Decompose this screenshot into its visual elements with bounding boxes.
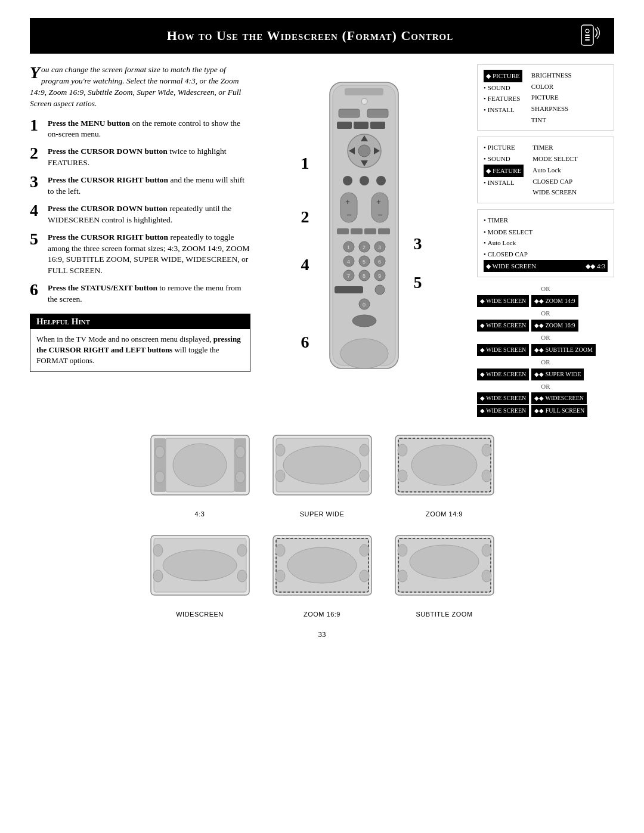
center-column: 1 2 3 4 5 6	[260, 64, 467, 417]
svg-point-21	[360, 176, 369, 185]
svg-rect-12	[354, 122, 369, 129]
format-svg-zoom169	[270, 529, 374, 607]
format-svg-widescreen	[148, 529, 252, 607]
menu3-item-timer: • TIMER	[484, 215, 608, 226]
menu2-val-autolock: Auto Lock	[532, 165, 577, 176]
remote-svg: + + – –	[312, 76, 416, 392]
steps-list: 1 Press the MENU button on the remote co…	[30, 118, 250, 305]
format-svg-superwide	[270, 429, 374, 507]
helpful-hint-box: Helpful Hint When in the TV Mode and no …	[30, 314, 250, 372]
menu1-val-color: COLOR	[531, 81, 572, 92]
diagram-label-2: 2	[301, 208, 309, 227]
svg-rect-11	[337, 122, 352, 129]
svg-point-95	[360, 570, 369, 582]
svg-rect-13	[370, 122, 385, 129]
svg-text:7: 7	[347, 273, 350, 279]
title-bar: How to Use the Widescreen (Format) Contr…	[30, 18, 614, 54]
step-5-number: 5	[30, 231, 42, 247]
format-item-subtitlezoom: Subtitle Zoom	[392, 529, 497, 618]
format-item-zoom149: Zoom 14:9	[392, 429, 497, 518]
svg-rect-7	[345, 88, 383, 95]
menu3-item-autolock: • Auto Lock	[484, 237, 608, 249]
or-text-1: OR	[477, 308, 614, 320]
svg-point-70	[360, 444, 369, 456]
helpful-hint-title: Helpful Hint	[30, 314, 250, 329]
step-4-bold: Press the CURSOR DOWN button	[48, 204, 168, 213]
menu1-item-install: • INSTALL	[484, 104, 522, 116]
or-text-2: OR	[477, 332, 614, 344]
svg-rect-3	[585, 37, 590, 38]
or-text-4: OR	[477, 381, 614, 393]
menu-box-1: ◆ PICTURE • SOUND • FEATURES • INSTALL B…	[477, 64, 614, 131]
svg-point-93	[360, 544, 369, 556]
format-label-zoom149: Zoom 14:9	[426, 510, 463, 518]
step-6: 6 Press the STATUS/EXIT button to remove…	[30, 283, 250, 305]
format-label-widescreen: Widescreen	[176, 611, 224, 618]
diagram-label-3: 3	[414, 234, 422, 253]
step-5: 5 Press the CURSOR RIGHT button repeated…	[30, 232, 250, 277]
hint-bold: pressing the CURSOR RIGHT and LEFT butto…	[36, 335, 241, 354]
svg-text:8: 8	[363, 273, 366, 279]
svg-point-80	[482, 470, 491, 482]
menu3-item-modeselect: • MODE SELECT	[484, 227, 608, 238]
svg-text:3: 3	[378, 244, 381, 250]
diagram-label-1: 1	[301, 154, 309, 173]
or-text-3: OR	[477, 357, 614, 368]
step-1: 1 Press the MENU button on the remote co…	[30, 118, 250, 141]
svg-text:–: –	[377, 210, 383, 219]
menu1-item-sound: • SOUND	[484, 82, 522, 94]
menu-box-3: • TIMER • MODE SELECT • Auto Lock • CLOS…	[477, 209, 614, 277]
step-4-number: 4	[30, 202, 42, 219]
svg-point-86	[153, 570, 163, 582]
remote-diagram: 1 2 3 4 5 6	[312, 76, 416, 395]
svg-point-22	[376, 176, 386, 185]
step-3: 3 Press the CURSOR RIGHT button and the …	[30, 175, 250, 197]
format-label-zoom169: Zoom 16:9	[304, 611, 340, 618]
step-5-bold: Press the CURSOR RIGHT button	[48, 233, 168, 241]
svg-text:1: 1	[347, 244, 350, 250]
menu2-item-sound: • SOUND	[484, 153, 524, 165]
step-6-text: Press the STATUS/EXIT button to remove t…	[48, 283, 250, 305]
menu2-item-install: • INSTALL	[484, 177, 524, 188]
diagram-label-6: 6	[301, 333, 309, 352]
svg-rect-30	[351, 228, 363, 234]
menu1-item-features: • FEATURES	[484, 93, 522, 104]
step-2-text: Press the CURSOR DOWN button twice to hi…	[48, 146, 250, 169]
svg-rect-51	[335, 286, 363, 293]
svg-point-79	[398, 470, 407, 482]
format-item-superwide: Super Wide	[270, 429, 374, 518]
step-1-number: 1	[30, 117, 42, 134]
menu2-val-closedcap: CLOSED CAP	[532, 176, 577, 187]
svg-point-65	[236, 471, 245, 483]
ws-option-zoom169: ◆ WIDE SCREEN ◆◆ ZOOM 16:9	[477, 320, 614, 332]
svg-point-102	[398, 570, 407, 582]
step-4-text: Press the CURSOR DOWN button repeatedly …	[48, 203, 250, 226]
helpful-hint-title-text: Helpful Hint	[36, 317, 90, 326]
format-label-subtitlezoom: Subtitle Zoom	[416, 611, 472, 618]
formats-row-2: Widescreen Zoom 16:9	[30, 529, 614, 618]
step-3-number: 3	[30, 174, 42, 190]
format-label-43: 4:3	[195, 510, 205, 518]
svg-point-55	[352, 315, 376, 327]
page-title: How to Use the Widescreen (Format) Contr…	[42, 28, 578, 44]
step-3-text: Press the CURSOR RIGHT button and the me…	[48, 175, 250, 197]
svg-text:0: 0	[363, 302, 366, 308]
step-3-bold: Press the CURSOR RIGHT button	[48, 175, 168, 184]
intro-text: You can change the screen format size to…	[30, 64, 250, 110]
menu1-val-brightness: BRIGHTNESS	[531, 70, 572, 81]
svg-text:2: 2	[363, 244, 366, 250]
svg-point-77	[398, 444, 407, 456]
menu1-val-sharpness: SHARPNESS	[531, 103, 572, 114]
svg-point-72	[360, 470, 369, 482]
formats-section: 4:3 Super Wide	[30, 429, 614, 618]
svg-point-92	[275, 544, 285, 556]
svg-point-94	[275, 570, 285, 582]
step-2-number: 2	[30, 145, 42, 162]
format-svg-zoom149	[392, 429, 497, 507]
format-label-superwide: Super Wide	[300, 510, 345, 518]
diagram-label-4: 4	[301, 255, 309, 274]
svg-point-8	[361, 98, 367, 104]
svg-point-103	[482, 570, 491, 582]
svg-point-19	[358, 145, 370, 157]
helpful-hint-body: When in the TV Mode and no onscreen menu…	[30, 329, 250, 371]
